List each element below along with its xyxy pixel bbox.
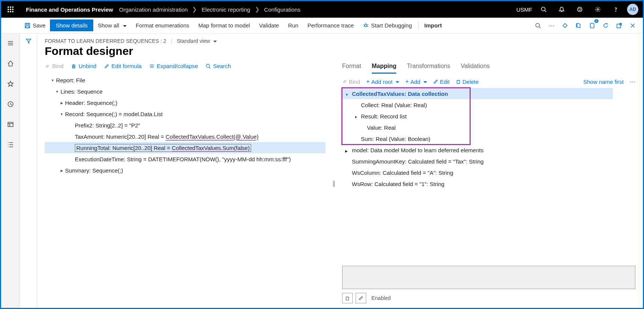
feedback-icon[interactable] bbox=[573, 3, 586, 16]
bottom-inputs: Enabled bbox=[342, 266, 635, 303]
tree-node-runningtotal[interactable]: RunningTotal: Numeric[20..20] Real = Col… bbox=[45, 142, 326, 153]
chevron-down-icon[interactable] bbox=[354, 113, 361, 120]
tree-node-header[interactable]: Header: Sequence(;) bbox=[45, 97, 326, 108]
more-icon[interactable]: ⋯ bbox=[546, 20, 557, 31]
tree-node-prefix2[interactable]: Prefix2: String[2..2] = "P2" bbox=[45, 120, 326, 131]
crumb-org[interactable]: Organization administration bbox=[119, 6, 188, 13]
chevron-right-icon: ❯ bbox=[192, 6, 197, 13]
tab-mapping[interactable]: Mapping bbox=[372, 63, 397, 74]
panel-splitter[interactable]: ‖ bbox=[333, 63, 335, 303]
delete-button[interactable]: Delete bbox=[456, 79, 479, 85]
svg-point-12 bbox=[577, 7, 582, 12]
save-button[interactable]: Save bbox=[20, 20, 50, 31]
left-panel: Bind Unbind Edit formula Expand/collapse… bbox=[45, 63, 326, 303]
tree-node-record[interactable]: Record: Sequence(;) = model.Data.List bbox=[45, 108, 326, 120]
map-format-button[interactable]: Map format to model bbox=[194, 20, 255, 31]
format-enum-label: Format enumerations bbox=[136, 22, 189, 29]
perf-trace-button[interactable]: Performance trace bbox=[303, 20, 358, 31]
tab-transformations[interactable]: Transformations bbox=[407, 63, 450, 74]
app-launcher-icon[interactable] bbox=[1, 6, 20, 12]
app-title: Finance and Operations Preview bbox=[20, 6, 119, 13]
tree-node-wsrow[interactable]: WsRow: Calculated field = "1": String bbox=[342, 178, 635, 189]
edit-icon[interactable] bbox=[356, 293, 366, 303]
view-selector[interactable]: Standard view bbox=[177, 38, 217, 44]
show-details-button[interactable]: Show details bbox=[50, 20, 93, 31]
tree-node-lines[interactable]: Lines: Sequence bbox=[45, 86, 326, 97]
tree-node-collected[interactable]: CollectedTaxValues: Data collection bbox=[342, 88, 613, 99]
diamond-icon[interactable] bbox=[559, 20, 571, 31]
tree-node-taxamount[interactable]: TaxAmount: Numeric[20..20] Real = Collec… bbox=[45, 131, 326, 142]
favorites-icon[interactable] bbox=[4, 77, 17, 91]
tree-node-report[interactable]: Report: File bbox=[45, 74, 326, 86]
run-button[interactable]: Run bbox=[283, 20, 303, 31]
attach-icon[interactable]: 0 bbox=[586, 20, 598, 31]
search-button[interactable]: Search bbox=[206, 63, 231, 69]
help-icon[interactable] bbox=[609, 3, 623, 16]
search-icon[interactable] bbox=[537, 3, 550, 16]
close-icon[interactable] bbox=[627, 20, 638, 31]
office-icon[interactable] bbox=[573, 20, 584, 31]
chevron-down-icon[interactable] bbox=[345, 91, 352, 97]
chevron-down-icon[interactable] bbox=[49, 77, 56, 83]
tree-node-value[interactable]: Value: Real bbox=[342, 122, 635, 133]
divider bbox=[418, 21, 418, 30]
notification-icon[interactable] bbox=[555, 3, 568, 16]
svg-point-1 bbox=[10, 7, 11, 8]
svg-line-25 bbox=[367, 26, 368, 27]
refresh-icon[interactable] bbox=[600, 20, 611, 31]
chevron-down-icon[interactable] bbox=[58, 111, 65, 117]
validate-button[interactable]: Validate bbox=[255, 20, 283, 31]
cmdbar-right: ⋯ 0 bbox=[532, 20, 643, 31]
crumb-er[interactable]: Electronic reporting bbox=[202, 6, 250, 13]
tab-validations[interactable]: Validations bbox=[461, 63, 489, 74]
format-enum-button[interactable]: Format enumerations bbox=[131, 20, 194, 31]
tree-node-execdate[interactable]: ExecutionDateTime: String = DATETIMEFORM… bbox=[45, 153, 326, 165]
search-icon[interactable] bbox=[532, 20, 544, 31]
tree-node-summing[interactable]: SummingAmountKey: Calculated field = "Ta… bbox=[342, 156, 635, 167]
popout-icon[interactable] bbox=[614, 20, 625, 31]
add-button[interactable]: +Add bbox=[405, 78, 427, 85]
tree-node-model[interactable]: model: Data model Model to learn deferre… bbox=[342, 144, 635, 156]
filter-icon[interactable] bbox=[20, 33, 37, 48]
workspace-icon[interactable] bbox=[4, 118, 17, 131]
more-icon[interactable]: ⋯ bbox=[630, 78, 635, 85]
formula-textarea[interactable] bbox=[342, 266, 635, 289]
expand-collapse-button[interactable]: Expand/collapse bbox=[149, 63, 198, 69]
right-panel: Format Mapping Transformations Validatio… bbox=[342, 63, 635, 303]
svg-point-14 bbox=[580, 9, 581, 9]
entity-label[interactable]: USMF bbox=[517, 6, 533, 13]
filter-rail bbox=[20, 33, 37, 308]
tree-node-summary[interactable]: Summary: Sequence(;) bbox=[45, 165, 326, 176]
svg-rect-57 bbox=[457, 80, 460, 83]
chevron-right-icon[interactable] bbox=[345, 147, 352, 153]
chevron-right-icon[interactable] bbox=[58, 100, 65, 105]
edit-formula-button[interactable]: Edit formula bbox=[104, 63, 142, 69]
settings-icon[interactable] bbox=[591, 3, 605, 16]
tab-format[interactable]: Format bbox=[342, 63, 361, 74]
delete-icon[interactable] bbox=[342, 293, 353, 303]
page-title: Format designer bbox=[45, 45, 635, 58]
recent-icon[interactable] bbox=[4, 97, 17, 111]
import-button[interactable]: Import bbox=[420, 20, 447, 31]
home-icon[interactable] bbox=[4, 57, 17, 70]
svg-rect-29 bbox=[590, 23, 594, 28]
chevron-right-icon[interactable] bbox=[58, 168, 65, 173]
svg-point-6 bbox=[8, 11, 9, 12]
edit-button[interactable]: Edit bbox=[433, 79, 450, 85]
show-name-button[interactable]: Show name first bbox=[583, 79, 624, 85]
unbind-button[interactable]: Unbind bbox=[71, 63, 97, 69]
show-all-button[interactable]: Show all bbox=[93, 20, 131, 31]
chevron-down-icon[interactable] bbox=[54, 89, 61, 94]
svg-line-23 bbox=[367, 24, 368, 25]
tree-node-collect[interactable]: Collect: Real (Value: Real) bbox=[342, 99, 635, 111]
start-debug-button[interactable]: Start Debugging bbox=[358, 20, 416, 31]
modules-icon[interactable] bbox=[4, 138, 17, 151]
tree-node-wscolumn[interactable]: WsColumn: Calculated field = "A": String bbox=[342, 167, 635, 178]
crumb-config[interactable]: Configurations bbox=[264, 6, 301, 13]
tree-node-result[interactable]: Result: Record list bbox=[342, 111, 635, 122]
add-root-button[interactable]: +Add root bbox=[366, 78, 399, 85]
user-avatar[interactable]: AD bbox=[627, 4, 638, 15]
tree-node-sum[interactable]: Sum: Real (Value: Boolean) bbox=[342, 133, 635, 144]
hamburger-icon[interactable] bbox=[4, 36, 17, 50]
chevron-down-icon bbox=[394, 79, 399, 85]
